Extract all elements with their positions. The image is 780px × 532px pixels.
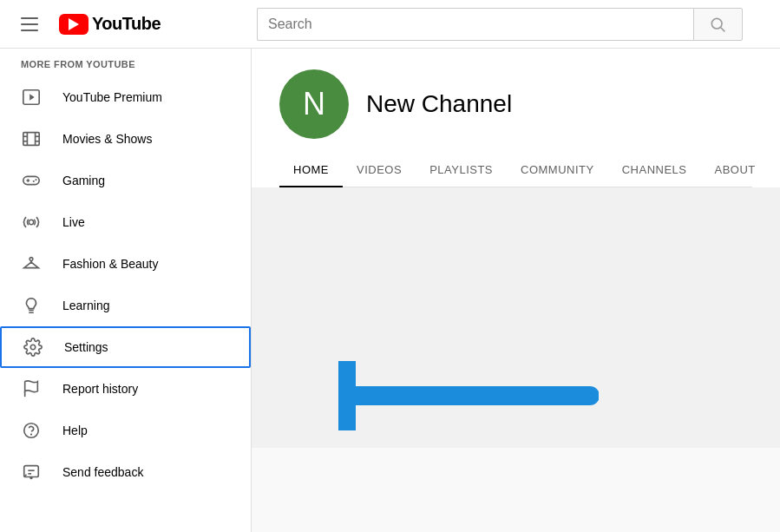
header-left: YouTube: [14, 10, 257, 38]
tab-channels[interactable]: CHANNELS: [608, 153, 701, 187]
svg-point-14: [30, 345, 36, 350]
sidebar-item-label: Report history: [62, 382, 138, 396]
youtube-logo[interactable]: YouTube: [59, 14, 161, 35]
sidebar-item-learning[interactable]: Learning: [0, 285, 251, 326]
sidebar-item-label: Send feedback: [62, 465, 143, 479]
sidebar-item-movies-shows[interactable]: Movies & Shows: [0, 118, 251, 160]
tab-videos[interactable]: VIDEOS: [343, 153, 416, 187]
tab-playlists[interactable]: PLAYLISTS: [416, 153, 507, 187]
svg-marker-3: [29, 94, 35, 100]
sidebar-item-label: YouTube Premium: [62, 90, 162, 104]
channel-name: New Channel: [366, 90, 512, 118]
arrow-annotation: [338, 361, 599, 434]
hamburger-menu[interactable]: [14, 10, 45, 38]
tab-community[interactable]: COMMUNITY: [507, 153, 608, 187]
channel-info: N New Channel: [279, 69, 752, 139]
search-button[interactable]: [693, 8, 743, 41]
feedback-icon: [21, 462, 42, 483]
channel-avatar: N: [279, 69, 349, 139]
youtube-logo-icon: [59, 14, 88, 35]
play-square-icon: [21, 87, 42, 108]
svg-point-16: [24, 424, 39, 438]
sidebar-item-help[interactable]: Help: [0, 410, 251, 451]
flag-icon: [21, 378, 42, 399]
tab-about[interactable]: ABOUT: [701, 153, 770, 187]
tab-home[interactable]: HOME: [279, 153, 343, 187]
svg-rect-11: [23, 176, 39, 184]
sidebar-item-send-feedback[interactable]: Send feedback: [0, 451, 251, 493]
sidebar-item-label: Live: [62, 215, 85, 229]
body: MORE FROM YOUTUBE YouTube Premium Movies…: [0, 49, 780, 532]
sidebar: MORE FROM YOUTUBE YouTube Premium Movies…: [0, 49, 252, 532]
hanger-icon: [21, 253, 42, 274]
channel-content: [252, 187, 780, 448]
sidebar-item-label: Gaming: [62, 174, 105, 187]
gamepad-icon: [21, 170, 42, 191]
sidebar-item-label: Fashion & Beauty: [62, 257, 159, 271]
sidebar-item-label: Settings: [64, 340, 108, 354]
sidebar-item-label: Help: [62, 424, 88, 437]
sidebar-item-label: Learning: [62, 299, 110, 312]
svg-point-0: [712, 18, 723, 29]
sidebar-section-title: MORE FROM YOUTUBE: [0, 49, 251, 76]
radio-icon: [21, 212, 42, 233]
sidebar-item-youtube-premium[interactable]: YouTube Premium: [0, 76, 251, 118]
search-bar: [257, 8, 743, 41]
sidebar-item-gaming[interactable]: Gaming: [0, 160, 251, 201]
svg-point-21: [30, 477, 32, 479]
header: YouTube: [0, 0, 780, 49]
sidebar-item-fashion-beauty[interactable]: Fashion & Beauty: [0, 243, 251, 285]
main-content: N New Channel HOME VIDEOS PLAYLISTS COMM…: [252, 49, 780, 532]
svg-rect-4: [23, 133, 39, 146]
gear-icon: [23, 337, 43, 358]
sidebar-item-live[interactable]: Live: [0, 201, 251, 243]
channel-tabs: HOME VIDEOS PLAYLISTS COMMUNITY CHANNELS…: [279, 153, 752, 187]
sidebar-item-settings[interactable]: Settings: [0, 326, 251, 368]
svg-point-12: [29, 220, 34, 225]
search-input[interactable]: [257, 8, 693, 41]
sidebar-item-label: Movies & Shows: [62, 132, 152, 146]
channel-header: N New Channel HOME VIDEOS PLAYLISTS COMM…: [252, 49, 780, 187]
film-icon: [21, 128, 42, 149]
search-icon: [709, 16, 726, 33]
svg-line-1: [721, 27, 725, 31]
arrow-svg: [338, 361, 599, 430]
youtube-logo-text: YouTube: [92, 14, 161, 34]
sidebar-item-report-history[interactable]: Report history: [0, 368, 251, 410]
help-icon: [21, 420, 42, 441]
bulb-icon: [21, 295, 42, 316]
